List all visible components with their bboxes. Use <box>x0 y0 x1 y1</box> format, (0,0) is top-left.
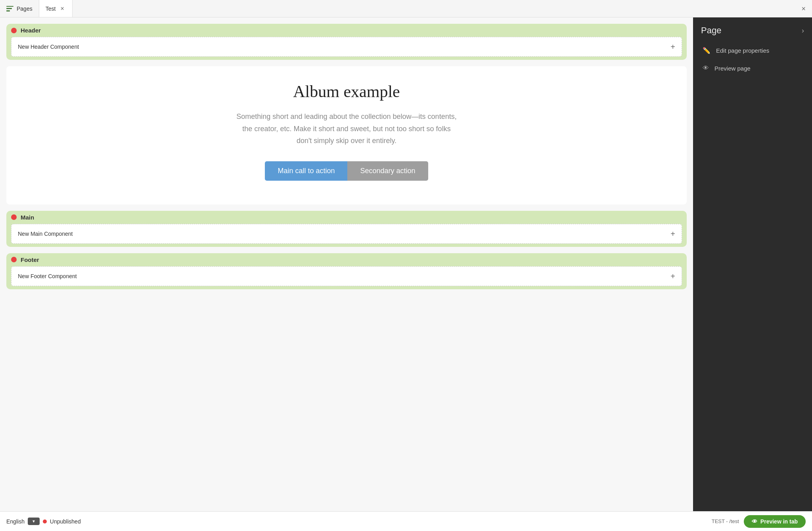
tab-add-area <box>73 0 795 17</box>
tab-pages-label: Pages <box>17 6 33 12</box>
footer-section-header: Footer <box>11 256 682 263</box>
header-dot <box>11 28 17 33</box>
right-panel-chevron: › <box>802 27 804 35</box>
preview-page-label: Preview page <box>714 65 751 72</box>
main-cta-button[interactable]: Main call to action <box>265 161 347 181</box>
tab-pages[interactable]: Pages <box>0 0 39 17</box>
new-header-component-label: New Header Component <box>18 44 79 50</box>
edit-page-properties-label: Edit page properties <box>716 47 769 54</box>
header-add-button[interactable]: + <box>670 43 675 51</box>
footer-add-button[interactable]: + <box>670 272 675 280</box>
main-section-header: Main <box>11 214 682 221</box>
footer-section-block: Footer New Footer Component + <box>6 253 687 289</box>
tab-test-label: Test <box>46 6 56 12</box>
right-panel-body <box>693 76 812 511</box>
preview-title: Album example <box>14 82 679 101</box>
path-label: TEST - /test <box>712 518 739 524</box>
header-section-block: Header New Header Component + <box>6 24 687 60</box>
new-main-component-label: New Main Component <box>18 231 73 237</box>
preview-in-tab-icon: 👁 <box>752 518 757 525</box>
right-panel: Page › ✏️ Edit page properties 👁 Preview… <box>693 17 812 511</box>
edit-icon: ✏️ <box>703 47 710 54</box>
dropdown-chevron-icon: ▼ <box>32 519 36 523</box>
tab-test-close[interactable]: × <box>59 5 65 13</box>
main-dot <box>11 214 17 220</box>
right-panel-actions: ✏️ Edit page properties 👁 Preview page <box>693 42 812 76</box>
main-add-button[interactable]: + <box>670 230 675 238</box>
unpublished-label: Unpublished <box>50 518 81 525</box>
edit-page-properties-item[interactable]: ✏️ Edit page properties <box>698 42 807 59</box>
pages-icon <box>6 6 13 11</box>
new-footer-component-row[interactable]: New Footer Component + <box>11 266 682 286</box>
footer-dot <box>11 257 17 262</box>
preview-in-tab-button[interactable]: 👁 Preview in tab <box>744 515 806 528</box>
preview-description: Something short and leading about the co… <box>236 111 458 147</box>
language-label: English <box>6 518 25 525</box>
editor-panel: Header New Header Component + Album exam… <box>0 17 693 511</box>
unpublished-area: Unpublished <box>43 518 81 525</box>
bottom-right: TEST - /test 👁 Preview in tab <box>712 515 806 528</box>
new-footer-component-label: New Footer Component <box>18 273 77 279</box>
main-label: Main <box>21 214 34 221</box>
new-header-component-row[interactable]: New Header Component + <box>11 37 682 57</box>
secondary-action-button[interactable]: Secondary action <box>347 161 428 181</box>
tab-bar: Pages Test × × <box>0 0 812 17</box>
bottom-left: English ▼ Unpublished <box>6 518 81 525</box>
language-dropdown[interactable]: ▼ <box>28 518 40 525</box>
header-section-header: Header <box>11 27 682 34</box>
header-label: Header <box>21 27 41 34</box>
unpublished-dot <box>43 520 47 523</box>
right-panel-title: Page <box>701 25 721 36</box>
tab-test[interactable]: Test × <box>39 0 73 17</box>
preview-buttons: Main call to action Secondary action <box>14 161 679 181</box>
preview-in-tab-label: Preview in tab <box>760 518 798 525</box>
bottom-bar: English ▼ Unpublished TEST - /test 👁 Pre… <box>0 511 812 531</box>
preview-icon: 👁 <box>703 65 709 72</box>
right-panel-header: Page › <box>693 17 812 42</box>
main-section-block: Main New Main Component + <box>6 211 687 247</box>
tab-bar-close-button[interactable]: × <box>795 5 812 12</box>
preview-content-area: Album example Something short and leadin… <box>6 66 687 204</box>
main-area: Header New Header Component + Album exam… <box>0 17 812 511</box>
new-main-component-row[interactable]: New Main Component + <box>11 224 682 244</box>
preview-page-item[interactable]: 👁 Preview page <box>698 60 807 76</box>
footer-label: Footer <box>21 256 39 263</box>
